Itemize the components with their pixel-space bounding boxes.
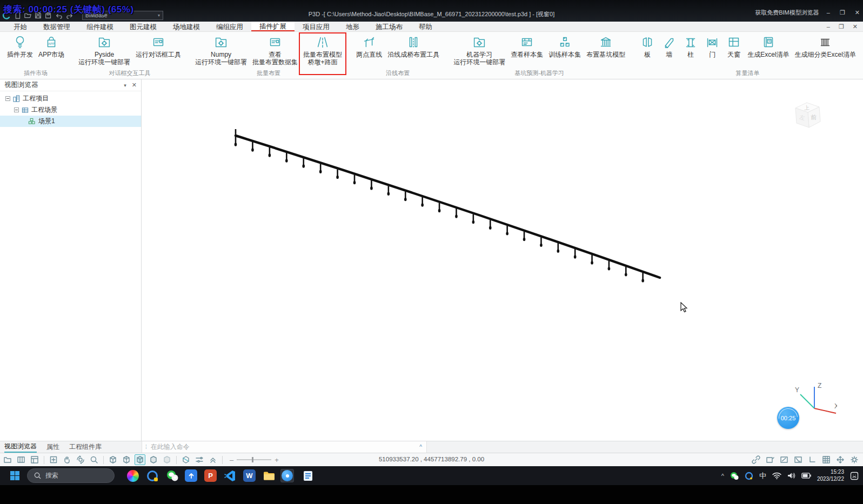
word-app-icon[interactable]: W	[243, 469, 256, 482]
column-button[interactable]: 柱	[680, 33, 701, 59]
notification-center-icon[interactable]	[850, 472, 859, 480]
doc-minimize-button[interactable]: –	[827, 23, 830, 30]
viewcube-top-label[interactable]: 上	[804, 105, 810, 111]
viewport-layout-icon[interactable]	[16, 454, 26, 465]
tab-component-modeling[interactable]: 组件建模	[78, 22, 122, 31]
tree-item-scene-group[interactable]: 工程场景	[0, 104, 141, 116]
wechat-app-icon[interactable]	[165, 469, 179, 482]
train-sample-set-button[interactable]: 训练样本集	[546, 33, 584, 59]
powerpoint-app-icon[interactable]: P	[204, 469, 217, 482]
zoom-slider[interactable]: – +	[230, 456, 279, 464]
tab-element-modeling[interactable]: 图元建模	[122, 22, 165, 31]
tree-item-project[interactable]: 工程项目	[0, 93, 141, 104]
vscode-app-icon[interactable]	[223, 469, 237, 482]
upload-app-icon[interactable]	[184, 469, 198, 482]
shaded-cube-icon[interactable]	[135, 454, 145, 465]
get-free-viewer-link[interactable]: 获取免费BIM模型浏览器	[755, 9, 819, 17]
save-view-icon[interactable]	[29, 454, 40, 465]
close-button[interactable]: ✕	[855, 9, 860, 16]
numpy-deploy-button[interactable]: Numpy 运行环境一键部署	[192, 33, 250, 67]
restore-button[interactable]: ❐	[840, 9, 845, 16]
browser-app-icon[interactable]	[145, 469, 159, 482]
measure-icon[interactable]	[793, 454, 804, 465]
zoom-slider-thumb[interactable]	[252, 457, 253, 462]
display-settings-icon[interactable]	[194, 454, 205, 465]
sketch-plane-icon[interactable]	[779, 454, 790, 465]
color-picker-app-icon[interactable]	[126, 469, 139, 482]
gizmo-icon[interactable]	[835, 454, 846, 465]
doc-restore-button[interactable]: ❐	[839, 23, 844, 30]
ime-indicator[interactable]: 中	[759, 471, 766, 481]
excel-list-button[interactable]: 安 生成Excel清单	[745, 33, 792, 59]
panel-tab-component-library[interactable]: 工程组件库	[69, 442, 102, 452]
view-batch-dataset-button[interactable]: 查看 批量布置数据集	[250, 33, 300, 67]
tab-group-apps[interactable]: 编组应用	[208, 22, 251, 31]
tab-terrain[interactable]: 地形	[338, 22, 367, 31]
command-input[interactable]: ⁞ 在此输入命令 ^	[142, 441, 427, 453]
orbit-icon[interactable]	[75, 454, 86, 465]
wechat-tray-icon[interactable]	[730, 472, 739, 480]
doc-close-button[interactable]: ✕	[853, 23, 858, 30]
plugin-dev-button[interactable]: 插件开发	[4, 33, 36, 59]
wireframe-cube-icon[interactable]	[108, 454, 118, 465]
settings-gear-icon[interactable]	[849, 454, 860, 465]
zoom-out-button[interactable]: –	[230, 456, 233, 464]
zoom-slider-track[interactable]	[237, 459, 271, 460]
detailed-excel-list-button[interactable]: 生成细分类Excel清单	[792, 33, 859, 59]
grid-icon[interactable]	[821, 454, 832, 465]
app-market-button[interactable]: APP APP市场	[36, 33, 67, 59]
zoom-in-button[interactable]: +	[275, 456, 279, 464]
skylight-button[interactable]: 天窗	[723, 33, 745, 59]
battery-icon[interactable]	[801, 473, 811, 479]
ucs-corner-icon[interactable]	[807, 454, 818, 465]
link-icon[interactable]	[751, 454, 761, 465]
screen-recorder-app-icon[interactable]	[280, 469, 294, 482]
volume-icon[interactable]	[787, 472, 795, 479]
section-icon[interactable]	[180, 454, 191, 465]
place-pit-model-button[interactable]: 布置基坑模型	[584, 33, 628, 59]
notes-app-icon[interactable]	[301, 469, 315, 482]
panel-tab-view-browser[interactable]: 视图浏览器	[4, 442, 37, 453]
solid-cube-icon[interactable]	[148, 454, 159, 465]
clock[interactable]: 15:23 2023/12/22	[817, 469, 844, 482]
two-point-line-button[interactable]: 两点直线	[353, 33, 385, 59]
tree-item-scene1[interactable]: 场景1	[0, 116, 141, 127]
panel-tab-properties[interactable]: 属性	[46, 442, 59, 452]
tab-site-modeling[interactable]: 场地建模	[165, 22, 208, 31]
view-sample-set-button[interactable]: 查看样本集	[508, 33, 546, 59]
ml-deploy-button[interactable]: 机器学习 运行环境一键部署	[451, 33, 508, 67]
zoom-extents-icon[interactable]	[48, 454, 59, 465]
wifi-icon[interactable]	[772, 472, 781, 479]
tab-plugin-extension[interactable]: 插件扩展	[251, 22, 295, 31]
pyside-deploy-button[interactable]: Pyside 运行环境一键部署	[76, 33, 133, 67]
start-button[interactable]	[8, 466, 22, 485]
new-view-icon[interactable]	[2, 454, 13, 465]
tab-project-apps[interactable]: 项目应用	[295, 22, 338, 31]
door-button[interactable]: 门	[701, 33, 723, 59]
collapse-toggle-icon[interactable]	[14, 107, 19, 112]
view-cube[interactable]: 上 前 左	[791, 101, 824, 132]
tab-data-management[interactable]: 数据管理	[35, 22, 78, 31]
browser-tray-icon[interactable]	[745, 472, 753, 480]
viewcube-front-label[interactable]: 前	[811, 114, 817, 120]
tab-construction-site[interactable]: 施工场布	[367, 22, 411, 31]
minimize-button[interactable]: –	[827, 9, 830, 16]
file-explorer-app-icon[interactable]	[262, 469, 276, 482]
hidden-line-cube-icon[interactable]	[121, 454, 132, 465]
3d-viewport[interactable]: 上 前 左 Z Y X 00:25	[142, 79, 863, 441]
box-select-icon[interactable]	[765, 454, 775, 465]
panel-close-icon[interactable]: ✕	[132, 82, 137, 89]
panel-collapse-icon[interactable]: ▾	[124, 83, 126, 88]
wall-button[interactable]: 墙	[658, 33, 680, 59]
run-dialog-tool-button[interactable]: 运行对话框工具	[133, 33, 184, 59]
tab-help[interactable]: 帮助	[411, 22, 440, 31]
collapse-toggle-icon[interactable]	[5, 96, 10, 101]
batch-place-model-button[interactable]: 批量布置模型 桥墩+路面	[300, 33, 345, 67]
pan-icon[interactable]	[62, 454, 72, 465]
zoom-window-icon[interactable]	[89, 454, 99, 465]
slab-button[interactable]: 板	[637, 33, 658, 59]
collapse-toolbar-icon[interactable]	[208, 454, 218, 465]
ghost-cube-icon[interactable]	[162, 454, 172, 465]
tray-expand-icon[interactable]: ^	[721, 473, 724, 479]
along-line-bridge-tool-button[interactable]: 沿线成桥布置工具	[385, 33, 442, 59]
